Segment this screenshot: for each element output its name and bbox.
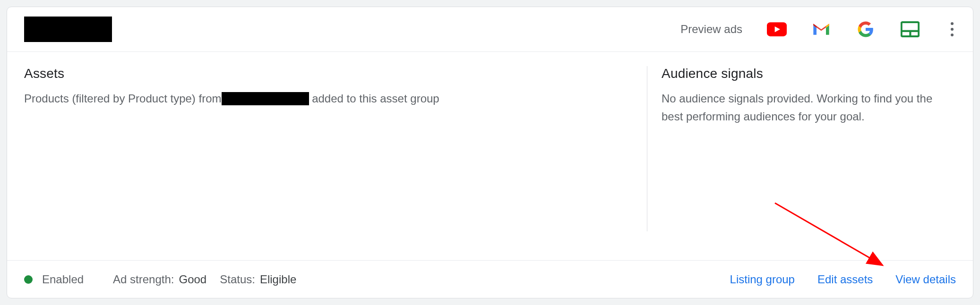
status-label: Status: (220, 273, 255, 286)
enabled-status: Enabled (24, 273, 84, 286)
edit-assets-link[interactable]: Edit assets (817, 273, 873, 286)
status-dot-icon (24, 275, 33, 284)
display-network-icon[interactable] (900, 19, 920, 39)
svg-point-6 (951, 28, 954, 31)
ad-strength-label: Ad strength: (113, 273, 174, 286)
assets-desc-prefix: Products (filtered by Product type) from (24, 92, 222, 105)
audience-section: Audience signals No audience signals pro… (647, 66, 956, 231)
svg-rect-4 (909, 31, 911, 36)
assets-desc-suffix: added to this asset group (309, 92, 439, 105)
audience-text: No audience signals provided. Working to… (662, 90, 956, 126)
google-icon[interactable] (856, 19, 876, 39)
asset-group-name-redacted (24, 17, 112, 42)
audience-title: Audience signals (662, 66, 956, 81)
card-footer: Enabled Ad strength: Good Status: Eligib… (7, 260, 973, 298)
channel-icons (767, 19, 960, 39)
listing-group-link[interactable]: Listing group (730, 273, 795, 286)
card-header: Preview ads (7, 7, 973, 52)
preview-ads-link[interactable]: Preview ads (680, 23, 742, 36)
header-right: Preview ads (680, 19, 960, 39)
status-value: Eligible (260, 273, 296, 286)
svg-point-5 (951, 22, 954, 25)
view-details-link[interactable]: View details (895, 273, 956, 286)
status-item: Status: Eligible (220, 273, 296, 286)
footer-status-group: Enabled Ad strength: Good Status: Eligib… (24, 273, 296, 286)
assets-description: Products (filtered by Product type) from… (24, 90, 628, 108)
assets-section: Assets Products (filtered by Product typ… (24, 66, 647, 260)
assets-title: Assets (24, 66, 628, 81)
ad-strength-item: Ad strength: Good (113, 273, 206, 286)
ad-strength-value: Good (179, 273, 207, 286)
more-options-icon[interactable] (945, 19, 960, 39)
youtube-icon[interactable] (767, 19, 787, 39)
gmail-icon[interactable] (811, 19, 831, 39)
asset-group-card: Preview ads (7, 7, 973, 298)
header-left (24, 17, 112, 42)
footer-links: Listing group Edit assets View details (730, 273, 956, 286)
merchant-name-redacted (222, 92, 309, 105)
enabled-label: Enabled (42, 273, 84, 286)
svg-point-7 (951, 34, 954, 36)
card-body: Assets Products (filtered by Product typ… (7, 52, 973, 260)
